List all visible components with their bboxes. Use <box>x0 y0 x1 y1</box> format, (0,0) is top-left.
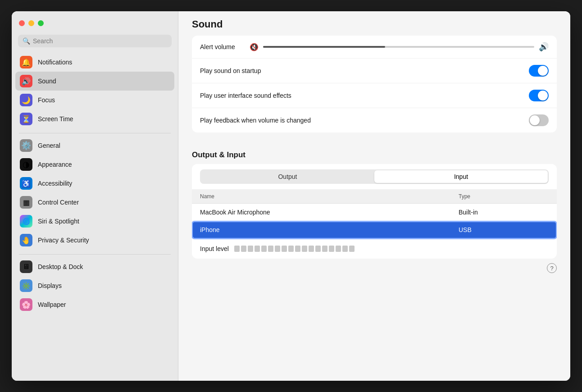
sidebar-label-wallpaper: Wallpaper <box>38 301 66 308</box>
table-row-iphone[interactable]: iPhone USB <box>192 221 557 239</box>
play-startup-row: Play sound on startup <box>192 59 557 83</box>
table-row-macbook-mic[interactable]: MacBook Air Microphone Built-in <box>192 204 557 221</box>
level-bar-18 <box>349 246 355 252</box>
level-bar-6 <box>268 246 273 252</box>
sidebar-item-focus[interactable]: 🌙 Focus <box>15 91 174 109</box>
sidebar-label-control-center: Control Center <box>38 199 79 206</box>
level-bar-7 <box>275 246 280 252</box>
input-level-bars <box>234 246 549 252</box>
notifications-icon: 🔔 <box>20 56 32 68</box>
tab-output[interactable]: Output <box>201 170 374 183</box>
level-bar-3 <box>248 246 253 252</box>
toggle-knob <box>530 115 540 125</box>
alert-volume-row: Alert volume 🔇 🔊 <box>192 36 557 59</box>
table-header-name: Name <box>200 193 459 200</box>
level-bar-16 <box>336 246 341 252</box>
sidebar: 🔍 🔔 Notifications 🔊 Sound 🌙 Focus ⏳ Scre… <box>12 11 178 381</box>
play-startup-toggle[interactable] <box>529 65 549 77</box>
help-area: ? <box>192 259 557 278</box>
sidebar-item-siri[interactable]: 🌀 Siri & Spotlight <box>15 212 174 231</box>
sidebar-label-accessibility: Accessibility <box>38 180 72 187</box>
output-input-section: Output Input Name Type MacBook Air Micro… <box>192 164 557 259</box>
search-input[interactable] <box>33 37 167 45</box>
sidebar-item-screen-time[interactable]: ⏳ Screen Time <box>15 109 174 128</box>
maximize-button[interactable] <box>38 20 44 26</box>
main-content: Sound Alert volume 🔇 🔊 Play sound on sta… <box>178 11 570 381</box>
general-icon: ⚙️ <box>20 139 32 152</box>
level-bar-1 <box>234 246 240 252</box>
sidebar-item-privacy[interactable]: 🤚 Privacy & Security <box>15 231 174 250</box>
sidebar-label-screen-time: Screen Time <box>38 115 73 123</box>
sidebar-item-appearance[interactable]: ◑ Appearance <box>15 155 174 174</box>
sidebar-item-notifications[interactable]: 🔔 Notifications <box>15 53 174 72</box>
sidebar-section-middle: ⚙️ General ◑ Appearance ♿ Accessibility … <box>12 136 178 250</box>
sidebar-item-accessibility[interactable]: ♿ Accessibility <box>15 174 174 193</box>
device-name-macbook-mic: MacBook Air Microphone <box>200 209 459 216</box>
level-bar-17 <box>342 246 348 252</box>
level-bar-11 <box>302 246 307 252</box>
sidebar-item-desktop-dock[interactable]: 🖥 Desktop & Dock <box>15 257 174 276</box>
device-name-iphone: iPhone <box>200 226 459 233</box>
output-input-heading: Output & Input <box>192 150 557 160</box>
sidebar-label-sound: Sound <box>38 77 56 85</box>
focus-icon: 🌙 <box>20 94 32 106</box>
accessibility-icon: ♿ <box>20 177 32 190</box>
sidebar-item-general[interactable]: ⚙️ General <box>15 136 174 155</box>
sidebar-label-appearance: Appearance <box>38 161 72 168</box>
tab-input[interactable]: Input <box>374 170 548 183</box>
search-icon: 🔍 <box>23 37 30 45</box>
sidebar-label-privacy: Privacy & Security <box>38 237 89 244</box>
sidebar-label-notifications: Notifications <box>38 59 72 66</box>
level-bar-14 <box>322 246 327 252</box>
level-bar-13 <box>315 246 321 252</box>
feedback-volume-toggle[interactable] <box>529 114 549 126</box>
help-button[interactable]: ? <box>547 263 557 273</box>
device-type-macbook-mic: Built-in <box>459 209 549 216</box>
privacy-icon: 🤚 <box>20 234 32 246</box>
segment-wrapper: Output Input <box>192 164 557 190</box>
close-button[interactable] <box>19 20 25 26</box>
sidebar-label-general: General <box>38 142 60 149</box>
sidebar-section-top: 🔔 Notifications 🔊 Sound 🌙 Focus ⏳ Screen… <box>12 53 178 128</box>
feedback-volume-row: Play feedback when volume is changed <box>192 108 557 132</box>
siri-icon: 🌀 <box>20 215 32 228</box>
level-bar-2 <box>241 246 246 252</box>
volume-low-icon: 🔇 <box>250 43 259 51</box>
sidebar-item-sound[interactable]: 🔊 Sound <box>15 72 174 91</box>
toggle-knob <box>538 91 548 100</box>
sidebar-item-wallpaper[interactable]: 🌸 Wallpaper <box>15 295 174 314</box>
system-preferences-window: 🔍 🔔 Notifications 🔊 Sound 🌙 Focus ⏳ Scre… <box>12 11 570 381</box>
desktop-dock-icon: 🖥 <box>20 260 32 273</box>
input-level-label: Input level <box>200 245 229 252</box>
wallpaper-icon: 🌸 <box>20 298 32 311</box>
titlebar <box>12 11 178 35</box>
alert-volume-label: Alert volume <box>200 43 235 50</box>
sidebar-label-displays: Displays <box>38 282 62 289</box>
level-bar-9 <box>288 246 294 252</box>
level-bar-15 <box>329 246 334 252</box>
sidebar-item-control-center[interactable]: ▦ Control Center <box>15 193 174 212</box>
sound-icon: 🔊 <box>20 75 32 87</box>
volume-slider[interactable] <box>263 46 534 48</box>
displays-icon: ✳️ <box>20 279 32 292</box>
play-startup-label: Play sound on startup <box>200 67 261 74</box>
volume-high-icon: 🔊 <box>539 42 549 52</box>
ui-sounds-toggle[interactable] <box>529 90 549 101</box>
minimize-button[interactable] <box>28 20 34 26</box>
feedback-volume-label: Play feedback when volume is changed <box>200 117 311 124</box>
sidebar-label-focus: Focus <box>38 96 55 104</box>
ui-sounds-label: Play user interface sound effects <box>200 92 291 99</box>
sidebar-label-desktop-dock: Desktop & Dock <box>38 263 83 270</box>
appearance-icon: ◑ <box>20 158 32 171</box>
sidebar-section-extra: 🖥 Desktop & Dock ✳️ Displays 🌸 Wallpaper <box>12 257 178 314</box>
input-level-row: Input level <box>192 239 557 259</box>
sidebar-divider-2 <box>19 254 171 255</box>
level-bar-10 <box>295 246 300 252</box>
level-bar-5 <box>261 246 267 252</box>
search-bar[interactable]: 🔍 <box>18 35 172 47</box>
screen-time-icon: ⏳ <box>20 113 32 125</box>
sidebar-item-displays[interactable]: ✳️ Displays <box>15 276 174 295</box>
level-bar-12 <box>309 246 314 252</box>
page-title: Sound <box>192 11 557 36</box>
control-center-icon: ▦ <box>20 196 32 209</box>
